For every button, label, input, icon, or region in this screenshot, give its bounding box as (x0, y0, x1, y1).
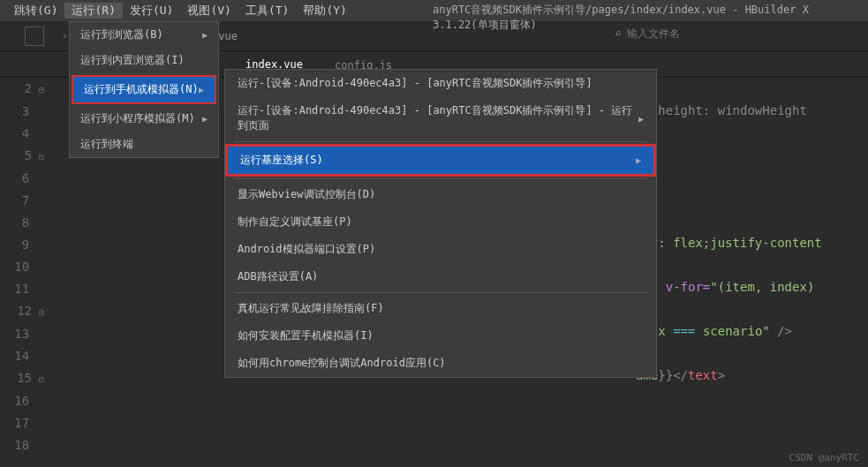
install-emulator-guide[interactable]: 如何安装配置手机模拟器(I) (225, 322, 656, 350)
run-device-1[interactable]: 运行-[设备:Android-490ec4a3] - [anyRTC音视频SDK… (225, 70, 656, 97)
search-icon: ⌕ (615, 26, 622, 40)
run-to-builtin-browser[interactable]: 运行到内置浏览器(I) (70, 48, 218, 73)
troubleshoot-guide[interactable]: 真机运行常见故障排除指南(F) (225, 295, 656, 322)
run-menu-dropdown: 运行到浏览器(B)▶ 运行到内置浏览器(I) 运行到手机或模拟器(N)▶ 运行到… (69, 21, 219, 158)
run-to-terminal[interactable]: 运行到终端 (70, 132, 218, 157)
make-custom-base[interactable]: 制作自定义调试基座(P) (225, 208, 656, 236)
watermark: CSDN @anyRTC (789, 452, 859, 463)
menu-help[interactable]: 帮助(Y) (296, 3, 353, 19)
menu-separator (234, 141, 647, 142)
chrome-debug-guide[interactable]: 如何用chrome控制台调试Android应用(C) (225, 350, 656, 377)
show-webview-console[interactable]: 显示Webview调试控制台(D) (225, 181, 656, 208)
android-emu-port[interactable]: Android模拟器端口设置(P) (225, 236, 656, 263)
menu-separator (234, 178, 647, 179)
chevron-right-icon: ▶ (199, 85, 204, 94)
chevron-right-icon: ▶ (202, 30, 208, 40)
device-submenu: 运行-[设备:Android-490ec4a3] - [anyRTC音视频SDK… (224, 69, 657, 378)
adb-path-setting[interactable]: ADB路径设置(A) (225, 263, 656, 290)
menu-view[interactable]: 视图(V) (180, 3, 238, 19)
file-search[interactable]: ⌕ (615, 26, 762, 40)
run-device-page[interactable]: 运行-[设备:Android-490ec4a3] - [anyRTC音视频SDK… (225, 97, 656, 139)
menu-separator (234, 292, 647, 293)
toolbar-icon[interactable] (25, 26, 44, 46)
run-to-device[interactable]: 运行到手机或模拟器(N)▶ (72, 75, 216, 104)
chevron-right-icon: ▶ (636, 155, 641, 165)
run-to-miniprogram[interactable]: 运行到小程序模拟器(M)▶ (70, 106, 218, 132)
menu-goto[interactable]: 跳转(G) (7, 3, 64, 19)
run-base-select[interactable]: 运行基座选择(S)▶ (225, 144, 656, 177)
menu-run[interactable]: 运行(R) (64, 3, 122, 19)
chevron-right-icon: ▶ (638, 114, 644, 124)
chevron-right-icon: ▶ (202, 114, 208, 124)
run-to-browser[interactable]: 运行到浏览器(B)▶ (70, 22, 218, 48)
menu-tools[interactable]: 工具(T) (238, 3, 296, 19)
search-input[interactable] (627, 27, 762, 40)
menu-publish[interactable]: 发行(U) (123, 3, 180, 19)
line-gutter: 2⊟3 4 5⊟6 7 8 9 10 11 12⊟13 14 15⊟16 17 … (0, 78, 53, 467)
